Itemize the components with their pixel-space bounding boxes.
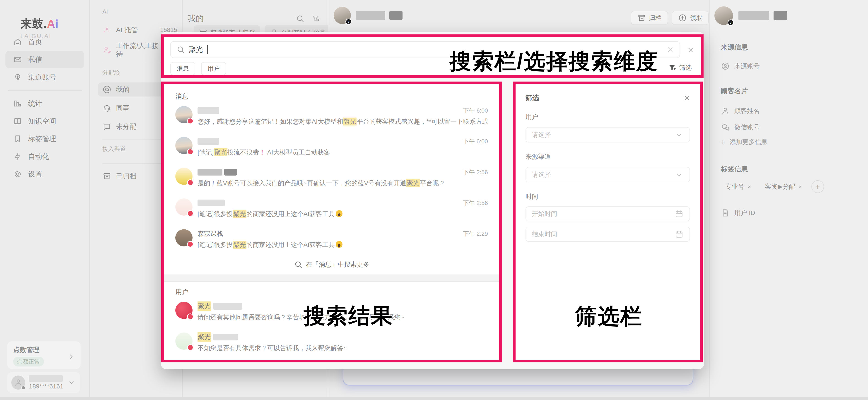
claim-button-label: 领取 — [690, 13, 703, 22]
tag-label: 客资▶分配 — [765, 182, 795, 191]
clear-search-icon[interactable] — [666, 46, 674, 54]
peer-name-redacted — [356, 11, 403, 20]
points-management-card[interactable]: 点数管理 余额正常 — [7, 341, 81, 369]
select-placeholder: 请选择 — [532, 130, 551, 139]
start-time-placeholder: 开始时间 — [532, 210, 557, 218]
close-filter-icon[interactable] — [683, 94, 691, 102]
funnel-filled-icon — [668, 63, 676, 72]
sidebar: 来鼓.Ai LAIGU.AI 首页 私信 渠道账号 统计 知识空间 — [0, 0, 90, 400]
chat-peer-header: ♪ — [334, 7, 403, 24]
filter-user-select[interactable]: 请选择 — [526, 127, 690, 143]
sidebar-item[interactable]: 首页 — [5, 33, 84, 51]
window-bottom-edge — [0, 397, 868, 400]
logo-ai-mark: Ai — [47, 18, 59, 30]
wechat-icon — [721, 123, 730, 132]
search-scope-tabs: 消息 用户 — [170, 62, 226, 75]
close-overlay-icon[interactable] — [687, 46, 694, 54]
funnel-icon[interactable] — [311, 14, 320, 23]
start-time-input[interactable]: 开始时间 — [526, 206, 690, 221]
end-time-input[interactable]: 结束时间 — [526, 227, 690, 242]
tab-label: 用户 — [208, 65, 220, 73]
xhs-badge-icon — [187, 118, 193, 124]
tag-remove-icon[interactable]: × — [747, 183, 751, 190]
sidebar-item[interactable]: 统计 — [5, 95, 84, 112]
chevron-down-icon — [67, 378, 76, 387]
tag-remove-icon[interactable]: × — [799, 183, 802, 190]
message-time: 下午 2:56 — [463, 168, 488, 176]
archive-icon — [102, 172, 112, 181]
search-scope-tab[interactable]: 用户 — [201, 62, 226, 75]
sidebar-item[interactable]: 渠道账号 — [5, 68, 84, 86]
add-tag-button[interactable]: + — [811, 180, 824, 193]
person-icon — [14, 378, 23, 387]
chevron-down-icon — [675, 130, 684, 139]
section-divider — [164, 275, 499, 282]
search-icon[interactable] — [296, 14, 305, 23]
select-placeholder: 请选择 — [532, 170, 551, 179]
sender-name — [197, 199, 225, 206]
search-input-value: 聚光 — [189, 45, 203, 54]
sidebar-item[interactable]: 标签管理 — [5, 130, 84, 148]
sender-name — [197, 107, 219, 114]
text-caret — [207, 45, 208, 54]
avatar — [175, 167, 192, 185]
calendar-icon — [675, 230, 684, 239]
add-more-info-button[interactable]: + 添加更多信息 — [721, 138, 768, 146]
filter-source-select[interactable]: 请选择 — [526, 167, 690, 182]
assign-row-label: 我的 — [116, 85, 130, 94]
message-time: 下午 2:29 — [463, 230, 488, 238]
xhs-badge-icon — [187, 179, 193, 186]
avatar — [175, 302, 192, 319]
user-name: 聚光 — [197, 332, 238, 342]
sidebar-item[interactable]: 私信 — [5, 51, 84, 68]
archive-button[interactable]: 归档 — [631, 11, 668, 25]
sidebar-item[interactable]: 设置 — [5, 165, 84, 183]
filter-user-label: 用户 — [526, 113, 690, 121]
message-result-row[interactable]: 下午 6:00 [笔记]聚光投流不浪费！ AI大模型员工自动获客 — [175, 137, 488, 158]
source-account-label: 来源账号 — [734, 62, 760, 70]
sidebar-item-label: 首页 — [28, 37, 42, 47]
tag-pill[interactable]: 专业号 × — [721, 181, 755, 193]
chat-toolbar: 归档 领取 — [631, 11, 709, 25]
avatar — [11, 375, 25, 390]
sidebar-item-label: 自动化 — [28, 152, 49, 161]
user-last-message: 不知您是否有具体需求？可以告诉我，我来帮您解答~ — [197, 344, 488, 353]
message-result-row[interactable]: 下午 6:00 您好，感谢您分享这篇笔记！如果您对集AI大模型和聚光平台的获客模… — [175, 106, 488, 127]
sender-name — [197, 169, 237, 176]
avatar — [175, 137, 192, 154]
sidebar-item[interactable]: 知识空间 — [5, 112, 84, 130]
search-scope-tab[interactable]: 消息 — [170, 62, 195, 75]
customer-name-row: 顾客姓名 — [721, 106, 760, 116]
avatar — [175, 198, 192, 216]
account-phone: 189****6161 — [29, 383, 63, 390]
sender-name: 森霖课栈 — [197, 229, 223, 238]
tag-label: 专业号 — [725, 182, 744, 191]
avatar: ♪ — [334, 7, 351, 24]
filter-toggle-button[interactable]: 筛选 — [668, 63, 692, 72]
sidebar-item[interactable]: 自动化 — [5, 148, 84, 165]
annotation-searchbar-label: 搜索栏/选择搜索维度 — [450, 47, 658, 76]
message-time: 下午 6:00 — [463, 137, 488, 146]
message-text: [笔记]很多投聚光的商家还没用上这个AI获客工具 — [197, 241, 488, 250]
archive-icon — [637, 13, 646, 23]
claim-button[interactable]: 领取 — [672, 11, 709, 25]
tag-list: 专业号 × 客资▶分配 × + — [721, 180, 824, 193]
avatar — [175, 229, 192, 246]
calendar-icon — [675, 209, 684, 218]
annotation-filter-label: 筛选栏 — [575, 302, 643, 331]
avatar — [175, 106, 192, 123]
logo-text: 来鼓. — [21, 18, 47, 30]
customer-name-label: 顾客姓名 — [734, 107, 760, 115]
balance-status-badge: 余额正常 — [13, 357, 44, 367]
filter-panel-title: 筛选 — [526, 93, 690, 102]
message-result-row[interactable]: 下午 2:56 是的！蓝V账号可以接入我们的产品哦~再确认一下，您的蓝V号有没有… — [175, 167, 488, 188]
tag-pill[interactable]: 客资▶分配 × — [761, 181, 806, 193]
message-text: [笔记]很多投聚光的商家还没用上这个AI获客工具 — [197, 210, 488, 219]
message-result-row[interactable]: 下午 2:56 [笔记]很多投聚光的商家还没用上这个AI获客工具 — [175, 198, 488, 219]
user-result-row[interactable]: 聚光 不知您是否有具体需求？可以告诉我，我来帮您解答~ — [175, 333, 488, 353]
inbox-row-label: AI 托管 — [116, 26, 138, 34]
search-more-button[interactable]: 在「消息」中搜索更多 — [175, 260, 488, 269]
account-card[interactable]: 189****6161 — [7, 372, 80, 393]
message-result-row[interactable]: 森霖课栈 下午 2:29 [笔记]很多投聚光的商家还没用上这个AI获客工具 — [175, 229, 488, 250]
user-id-row: 用户 ID — [721, 208, 755, 217]
